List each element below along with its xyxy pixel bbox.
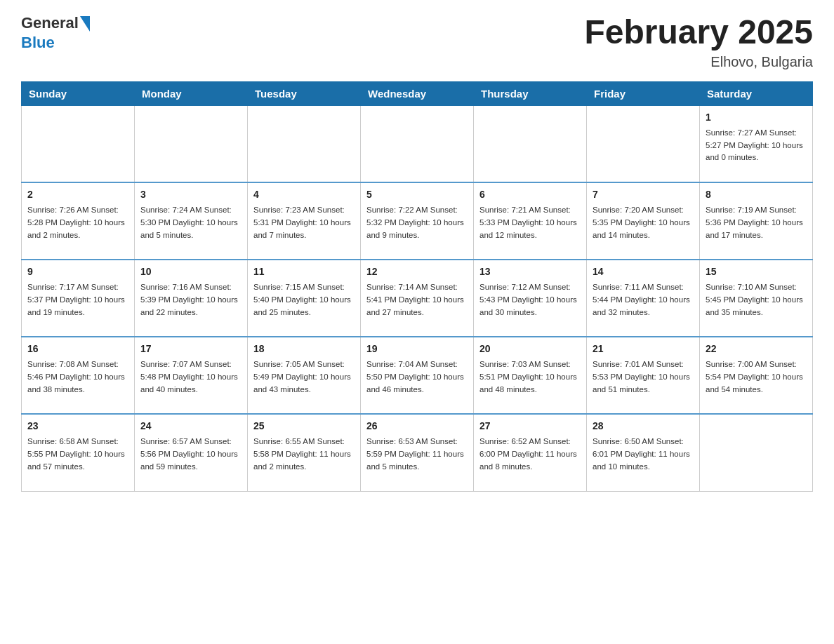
day-number: 15 <box>706 264 807 279</box>
header-tuesday: Tuesday <box>248 81 361 105</box>
day-number: 7 <box>593 187 694 202</box>
day-number: 22 <box>706 342 807 356</box>
week-row-1: 1Sunrise: 7:27 AM Sunset: 5:27 PM Daylig… <box>22 105 813 182</box>
day-info: Sunrise: 7:21 AM Sunset: 5:33 PM Dayligh… <box>479 204 581 241</box>
day-info: Sunrise: 6:55 AM Sunset: 5:58 PM Dayligh… <box>253 436 355 473</box>
day-number: 13 <box>479 264 581 279</box>
day-cell: 21Sunrise: 7:01 AM Sunset: 5:53 PM Dayli… <box>587 337 700 414</box>
day-number: 5 <box>366 187 468 202</box>
day-cell: 18Sunrise: 7:05 AM Sunset: 5:49 PM Dayli… <box>248 337 361 414</box>
day-cell: 2Sunrise: 7:26 AM Sunset: 5:28 PM Daylig… <box>22 182 135 260</box>
day-info: Sunrise: 7:08 AM Sunset: 5:46 PM Dayligh… <box>27 358 128 396</box>
day-info: Sunrise: 7:19 AM Sunset: 5:36 PM Dayligh… <box>706 204 807 241</box>
day-number: 8 <box>706 187 807 202</box>
day-info: Sunrise: 7:24 AM Sunset: 5:30 PM Dayligh… <box>140 204 241 241</box>
day-cell <box>474 105 587 182</box>
day-info: Sunrise: 7:03 AM Sunset: 5:51 PM Dayligh… <box>479 358 581 396</box>
day-number: 28 <box>593 419 694 434</box>
header-wednesday: Wednesday <box>361 81 474 105</box>
day-info: Sunrise: 7:16 AM Sunset: 5:39 PM Dayligh… <box>140 281 241 318</box>
day-number: 12 <box>366 264 468 279</box>
calendar-body: 1Sunrise: 7:27 AM Sunset: 5:27 PM Daylig… <box>22 105 813 491</box>
day-cell: 15Sunrise: 7:10 AM Sunset: 5:45 PM Dayli… <box>700 260 813 337</box>
header-row: SundayMondayTuesdayWednesdayThursdayFrid… <box>22 81 813 105</box>
day-cell <box>587 105 700 182</box>
day-info: Sunrise: 6:57 AM Sunset: 5:56 PM Dayligh… <box>140 436 241 473</box>
day-cell: 5Sunrise: 7:22 AM Sunset: 5:32 PM Daylig… <box>361 182 474 260</box>
day-cell: 6Sunrise: 7:21 AM Sunset: 5:33 PM Daylig… <box>474 182 587 260</box>
calendar-title: February 2025 <box>584 14 813 51</box>
day-cell: 19Sunrise: 7:04 AM Sunset: 5:50 PM Dayli… <box>361 337 474 414</box>
day-cell <box>700 414 813 491</box>
day-info: Sunrise: 7:10 AM Sunset: 5:45 PM Dayligh… <box>706 281 807 318</box>
day-info: Sunrise: 7:17 AM Sunset: 5:37 PM Dayligh… <box>27 281 128 318</box>
day-cell: 24Sunrise: 6:57 AM Sunset: 5:56 PM Dayli… <box>135 414 248 491</box>
day-info: Sunrise: 7:23 AM Sunset: 5:31 PM Dayligh… <box>253 204 355 241</box>
day-info: Sunrise: 7:15 AM Sunset: 5:40 PM Dayligh… <box>253 281 355 318</box>
day-cell: 10Sunrise: 7:16 AM Sunset: 5:39 PM Dayli… <box>135 260 248 337</box>
day-cell: 27Sunrise: 6:52 AM Sunset: 6:00 PM Dayli… <box>474 414 587 491</box>
logo-general-text: General <box>21 14 79 32</box>
day-number: 21 <box>593 342 694 356</box>
day-cell: 4Sunrise: 7:23 AM Sunset: 5:31 PM Daylig… <box>248 182 361 260</box>
day-number: 14 <box>593 264 694 279</box>
day-cell: 26Sunrise: 6:53 AM Sunset: 5:59 PM Dayli… <box>361 414 474 491</box>
day-number: 6 <box>479 187 581 202</box>
day-info: Sunrise: 7:12 AM Sunset: 5:43 PM Dayligh… <box>479 281 581 318</box>
day-info: Sunrise: 6:58 AM Sunset: 5:55 PM Dayligh… <box>27 436 128 473</box>
day-info: Sunrise: 6:53 AM Sunset: 5:59 PM Dayligh… <box>366 436 468 473</box>
day-info: Sunrise: 7:26 AM Sunset: 5:28 PM Dayligh… <box>27 204 128 241</box>
day-info: Sunrise: 7:27 AM Sunset: 5:27 PM Dayligh… <box>706 127 807 164</box>
day-number: 1 <box>706 110 807 125</box>
day-cell: 13Sunrise: 7:12 AM Sunset: 5:43 PM Dayli… <box>474 260 587 337</box>
day-cell: 14Sunrise: 7:11 AM Sunset: 5:44 PM Dayli… <box>587 260 700 337</box>
day-info: Sunrise: 7:22 AM Sunset: 5:32 PM Dayligh… <box>366 204 468 241</box>
day-number: 16 <box>27 342 128 356</box>
header-saturday: Saturday <box>700 81 813 105</box>
week-row-3: 9Sunrise: 7:17 AM Sunset: 5:37 PM Daylig… <box>22 260 813 337</box>
day-cell <box>248 105 361 182</box>
logo-arrow-icon <box>80 16 90 32</box>
day-info: Sunrise: 7:00 AM Sunset: 5:54 PM Dayligh… <box>706 358 807 396</box>
day-cell: 25Sunrise: 6:55 AM Sunset: 5:58 PM Dayli… <box>248 414 361 491</box>
day-number: 26 <box>366 419 468 434</box>
day-cell: 3Sunrise: 7:24 AM Sunset: 5:30 PM Daylig… <box>135 182 248 260</box>
day-number: 4 <box>253 187 355 202</box>
logo: General Blue <box>21 14 90 52</box>
day-cell: 23Sunrise: 6:58 AM Sunset: 5:55 PM Dayli… <box>22 414 135 491</box>
day-number: 19 <box>366 342 468 356</box>
week-row-5: 23Sunrise: 6:58 AM Sunset: 5:55 PM Dayli… <box>22 414 813 491</box>
title-section: February 2025 Elhovo, Bulgaria <box>584 14 813 70</box>
page-header: General Blue February 2025 Elhovo, Bulga… <box>21 14 813 70</box>
day-cell: 8Sunrise: 7:19 AM Sunset: 5:36 PM Daylig… <box>700 182 813 260</box>
day-cell <box>135 105 248 182</box>
day-number: 25 <box>253 419 355 434</box>
day-number: 27 <box>479 419 581 434</box>
header-thursday: Thursday <box>474 81 587 105</box>
calendar-table: SundayMondayTuesdayWednesdayThursdayFrid… <box>21 81 813 492</box>
day-number: 10 <box>140 264 241 279</box>
day-number: 24 <box>140 419 241 434</box>
day-number: 2 <box>27 187 128 202</box>
header-sunday: Sunday <box>22 81 135 105</box>
day-cell: 1Sunrise: 7:27 AM Sunset: 5:27 PM Daylig… <box>700 105 813 182</box>
day-cell: 28Sunrise: 6:50 AM Sunset: 6:01 PM Dayli… <box>587 414 700 491</box>
day-cell: 17Sunrise: 7:07 AM Sunset: 5:48 PM Dayli… <box>135 337 248 414</box>
day-info: Sunrise: 7:05 AM Sunset: 5:49 PM Dayligh… <box>253 358 355 396</box>
week-row-4: 16Sunrise: 7:08 AM Sunset: 5:46 PM Dayli… <box>22 337 813 414</box>
day-cell: 11Sunrise: 7:15 AM Sunset: 5:40 PM Dayli… <box>248 260 361 337</box>
day-number: 23 <box>27 419 128 434</box>
day-number: 17 <box>140 342 241 356</box>
header-monday: Monday <box>135 81 248 105</box>
day-number: 3 <box>140 187 241 202</box>
day-info: Sunrise: 6:52 AM Sunset: 6:00 PM Dayligh… <box>479 436 581 473</box>
calendar-subtitle: Elhovo, Bulgaria <box>584 54 813 70</box>
day-info: Sunrise: 7:11 AM Sunset: 5:44 PM Dayligh… <box>593 281 694 318</box>
day-cell <box>361 105 474 182</box>
day-info: Sunrise: 7:04 AM Sunset: 5:50 PM Dayligh… <box>366 358 468 396</box>
day-info: Sunrise: 7:14 AM Sunset: 5:41 PM Dayligh… <box>366 281 468 318</box>
day-info: Sunrise: 7:20 AM Sunset: 5:35 PM Dayligh… <box>593 204 694 241</box>
logo-blue-text: Blue <box>21 34 90 52</box>
day-number: 9 <box>27 264 128 279</box>
day-number: 11 <box>253 264 355 279</box>
